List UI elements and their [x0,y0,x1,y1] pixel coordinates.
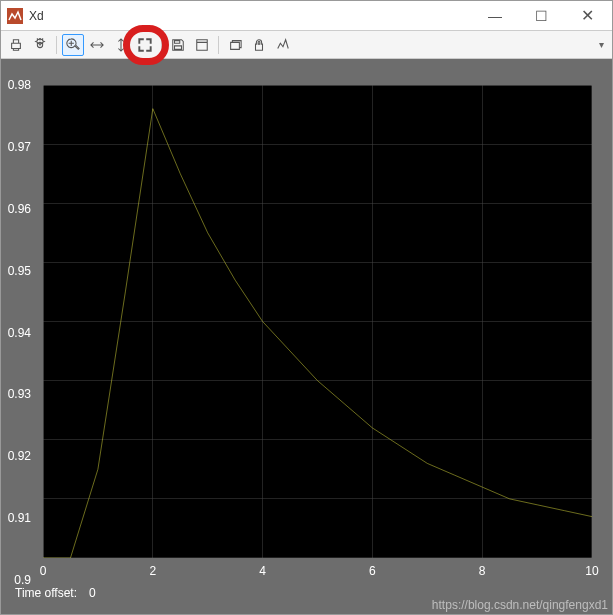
scope-window: Xd — ☐ ✕ ▾ 0.90.910.920.930.940.950.960.… [0,0,613,615]
chart-area: 0.90.910.920.930.940.950.960.970.98 0246… [1,59,612,614]
titlebar: Xd — ☐ ✕ [1,1,612,31]
zoom-x-icon[interactable] [86,34,108,56]
time-offset-label: Time offset: [15,586,77,600]
autoscale-icon[interactable] [134,34,156,56]
restore-icon[interactable] [191,34,213,56]
x-axis-labels: 0246810 [43,562,592,582]
parameters-icon[interactable] [29,34,51,56]
zoom-y-icon[interactable] [110,34,132,56]
maximize-button[interactable]: ☐ [518,1,564,30]
watermark: https://blog.csdn.net/qingfengxd1 [432,598,608,612]
plot-canvas[interactable] [43,85,592,558]
toolbar: ▾ [1,31,612,59]
time-offset-value: 0 [89,586,96,600]
save-icon[interactable] [167,34,189,56]
signal-icon[interactable] [272,34,294,56]
lock-icon[interactable] [248,34,270,56]
close-button[interactable]: ✕ [564,1,610,30]
zoom-in-icon[interactable] [62,34,84,56]
svg-rect-0 [7,8,23,24]
minimize-button[interactable]: — [472,1,518,30]
window-title: Xd [29,9,472,23]
y-axis-labels: 0.90.910.920.930.940.950.960.970.98 [1,85,35,580]
app-icon [7,8,23,24]
dropdown-icon[interactable]: ▾ [599,39,604,50]
print-icon[interactable] [5,34,27,56]
float-icon[interactable] [224,34,246,56]
